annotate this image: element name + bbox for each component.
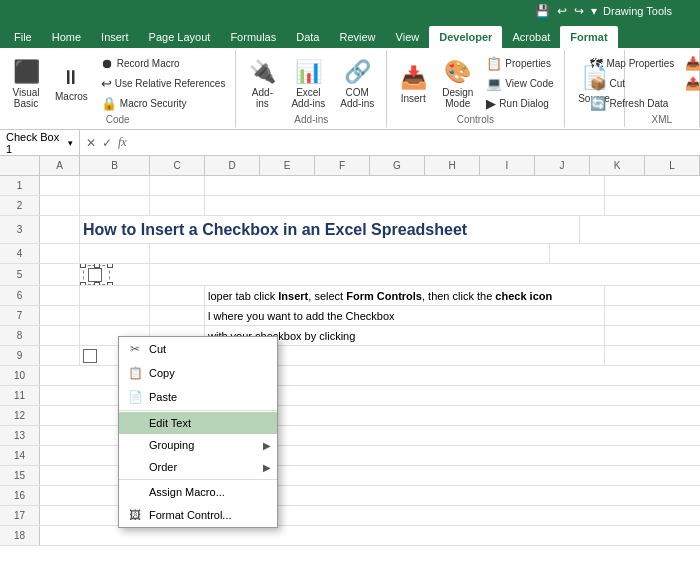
cell-c1[interactable]: [150, 176, 205, 195]
design-mode-label: DesignMode: [442, 87, 473, 109]
col-header-f: F: [315, 156, 370, 175]
ribbon-controls-content: 📥 Insert 🎨 DesignMode 📋 Properties 💻 Vie…: [393, 52, 557, 114]
tab-data[interactable]: Data: [286, 26, 329, 48]
record-macro-button[interactable]: ⏺ Record Macro: [97, 54, 230, 73]
confirm-icon[interactable]: ✓: [100, 134, 114, 152]
cell-b3-title[interactable]: How to Insert a Checkbox in an Excel Spr…: [80, 216, 580, 243]
tab-insert[interactable]: Insert: [91, 26, 139, 48]
cell-a9[interactable]: [40, 346, 80, 365]
cell-a6[interactable]: [40, 286, 80, 305]
use-relative-label: Use Relative References: [115, 78, 226, 89]
tab-file[interactable]: File: [4, 26, 42, 48]
dropdown-button[interactable]: ▾: [589, 3, 599, 19]
cell-d6-text[interactable]: loper tab click Insert, select Form Cont…: [205, 286, 605, 305]
import-button[interactable]: 📥 Import: [681, 54, 700, 73]
checkbox-control[interactable]: [88, 268, 102, 282]
map-properties-button[interactable]: 🗺 Map Properties: [586, 54, 678, 73]
cell-content1[interactable]: [205, 176, 605, 195]
use-relative-button[interactable]: ↩ Use Relative References: [97, 74, 230, 93]
tab-view[interactable]: View: [386, 26, 430, 48]
ctx-grouping[interactable]: Grouping ▶: [119, 434, 277, 456]
ctx-order-label: Order: [149, 461, 177, 473]
insert-button[interactable]: 📥 Insert: [393, 54, 433, 114]
cell-b5-checkbox[interactable]: [80, 264, 150, 285]
cell-b6[interactable]: [80, 286, 150, 305]
cell-b2[interactable]: [80, 196, 150, 215]
table-row: 6 loper tab click Insert, select Form Co…: [0, 286, 700, 306]
com-addins-button[interactable]: 🔗 COMAdd-ins: [334, 54, 380, 114]
ctx-edit-text[interactable]: Edit Text: [119, 412, 277, 434]
tab-formulas[interactable]: Formulas: [220, 26, 286, 48]
save-button[interactable]: 💾: [533, 3, 552, 19]
cell-a7[interactable]: [40, 306, 80, 325]
ctx-format-control-label: Format Control...: [149, 509, 232, 521]
refresh-data-button[interactable]: 🔄 Refresh Data: [586, 94, 678, 113]
checkbox-b9[interactable]: [83, 349, 97, 363]
cell-a2[interactable]: [40, 196, 80, 215]
name-box-dropdown[interactable]: ▾: [68, 138, 73, 148]
tab-developer[interactable]: Developer: [429, 26, 502, 48]
ribbon-tabs: File Home Insert Page Layout Formulas Da…: [0, 22, 700, 48]
cell-b4[interactable]: [80, 244, 150, 263]
ctx-cut[interactable]: ✂ Cut: [119, 337, 277, 361]
table-row: 17: [0, 506, 700, 526]
context-menu: ✂ Cut 📋 Copy 📄 Paste Edit Text Grouping …: [118, 336, 278, 528]
expansion-packs-icon: 📦: [590, 76, 606, 91]
cell-c7[interactable]: [150, 306, 205, 325]
ctx-paste[interactable]: 📄 Paste: [119, 385, 277, 409]
ctx-order[interactable]: Order ▶: [119, 456, 277, 478]
security-icon: 🔒: [101, 96, 117, 111]
view-code-button[interactable]: 💻 View Code: [482, 74, 557, 93]
tab-home[interactable]: Home: [42, 26, 91, 48]
properties-icon: 📋: [486, 56, 502, 71]
expansion-packs-label: Cut: [609, 78, 625, 89]
view-code-label: View Code: [505, 78, 553, 89]
tab-pagelayout[interactable]: Page Layout: [139, 26, 221, 48]
expansion-packs-button[interactable]: 📦 Cut: [586, 74, 678, 93]
fx-icon[interactable]: fx: [116, 133, 129, 152]
ctx-assign-macro[interactable]: Assign Macro...: [119, 481, 277, 503]
redo-button[interactable]: ↪: [572, 3, 586, 19]
ctx-assign-macro-label: Assign Macro...: [149, 486, 225, 498]
design-mode-button[interactable]: 🎨 DesignMode: [436, 54, 479, 114]
cancel-icon[interactable]: ✕: [84, 134, 98, 152]
macros-button[interactable]: ⏸ Macros: [49, 54, 94, 114]
ctx-paste-label: Paste: [149, 391, 177, 403]
add-ins-button[interactable]: 🔌 Add-ins: [242, 54, 282, 114]
handle-br: [107, 282, 113, 286]
tab-review[interactable]: Review: [329, 26, 385, 48]
cell-b1[interactable]: [80, 176, 150, 195]
visual-basic-button[interactable]: ⬛ VisualBasic: [6, 54, 46, 114]
macro-security-button[interactable]: 🔒 Macro Security: [97, 94, 230, 113]
run-dialog-button[interactable]: ▶ Run Dialog: [482, 94, 557, 113]
cell-c6[interactable]: [150, 286, 205, 305]
com-icon: 🔗: [344, 59, 371, 85]
tab-format[interactable]: Format: [560, 26, 617, 48]
ribbon-group-xml: 🗺 Map Properties 📦 Cut 🔄 Refresh Data 📥 …: [625, 50, 700, 127]
name-box[interactable]: Check Box 1 ▾: [0, 130, 80, 155]
cell-a8[interactable]: [40, 326, 80, 345]
cell-b7[interactable]: [80, 306, 150, 325]
ctx-format-control[interactable]: 🖼 Format Control...: [119, 503, 277, 527]
ctx-copy[interactable]: 📋 Copy: [119, 361, 277, 385]
tab-acrobat[interactable]: Acrobat: [502, 26, 560, 48]
cell-a5[interactable]: [40, 264, 80, 285]
cell-content2[interactable]: [205, 196, 605, 215]
excel-addins-button[interactable]: 📊 ExcelAdd-ins: [285, 54, 331, 114]
excel-addins-icon: 📊: [295, 59, 322, 85]
cell-content4[interactable]: [150, 244, 550, 263]
cell-c2[interactable]: [150, 196, 205, 215]
formula-input[interactable]: [133, 130, 700, 155]
properties-button[interactable]: 📋 Properties: [482, 54, 557, 73]
formula-icons: ✕ ✓ fx: [80, 133, 133, 152]
cell-a1[interactable]: [40, 176, 80, 195]
export-button[interactable]: 📤 Export: [681, 74, 700, 93]
col-header-l: L: [645, 156, 700, 175]
cell-a4[interactable]: [40, 244, 80, 263]
cell-a3[interactable]: [40, 216, 80, 243]
table-row: 7 l where you want to add the Checkbox: [0, 306, 700, 326]
cell-d7-text[interactable]: l where you want to add the Checkbox: [205, 306, 605, 325]
undo-button[interactable]: ↩: [555, 3, 569, 19]
visual-basic-label: VisualBasic: [12, 87, 39, 109]
addins-icon: 🔌: [249, 59, 276, 85]
